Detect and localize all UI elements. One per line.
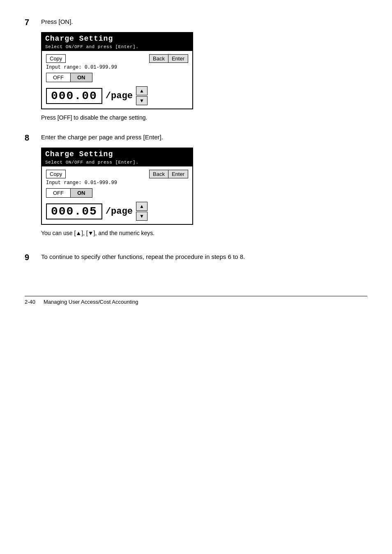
step9-text: To continue to specify other functions, … [41, 252, 245, 262]
screen1-arrow-buttons: ▲ ▼ [136, 86, 148, 105]
step7-text: Press [ON]. [41, 16, 73, 27]
screen2-on-btn[interactable]: ON [70, 188, 92, 198]
screen2-title: Charge Setting [42, 148, 192, 160]
footer-title: Managing User Access/Cost Accounting [44, 299, 138, 305]
screen1-down-arrow[interactable]: ▼ [136, 96, 148, 105]
screen1-input-range: Input range: 0.01-999.99 [46, 65, 188, 70]
step8-number: 8 [25, 132, 36, 143]
step8-note: You can use [▲], [▼], and the numeric ke… [41, 229, 367, 238]
screen1-subtitle: Select ON/OFF and press [Enter]. [42, 44, 192, 51]
screen2-enter-btn[interactable]: Enter [168, 170, 188, 178]
screen2-off-btn[interactable]: OFF [46, 188, 70, 198]
screen1-back-btn[interactable]: Back [149, 54, 168, 63]
footer-page: 2-40 [25, 299, 35, 305]
screen1-up-arrow[interactable]: ▲ [136, 86, 148, 95]
screen1-unit: /page [106, 91, 133, 101]
screen1-off-btn[interactable]: OFF [46, 73, 70, 82]
step7-note: Press [OFF] to disable the charge settin… [41, 113, 367, 122]
step8-text: Enter the charge per page and press [Ent… [41, 132, 163, 142]
footer: 2-40 Managing User Access/Cost Accountin… [25, 296, 367, 305]
screen2-copy-label: Copy [46, 170, 66, 178]
screen2-down-arrow[interactable]: ▼ [136, 212, 148, 221]
step7-number: 7 [25, 16, 36, 28]
screen2-up-arrow[interactable]: ▲ [136, 202, 148, 211]
screen2-value: 000.05 [46, 203, 102, 219]
screen1: Charge Setting Select ON/OFF and press [… [41, 32, 193, 109]
screen1-title: Charge Setting [42, 33, 192, 44]
screen2-subtitle: Select ON/OFF and press [Enter]. [42, 160, 192, 166]
screen2: Charge Setting Select ON/OFF and press [… [41, 148, 193, 225]
screen1-enter-btn[interactable]: Enter [168, 54, 188, 63]
screen1-on-btn[interactable]: ON [70, 73, 92, 82]
screen2-back-btn[interactable]: Back [149, 170, 168, 178]
screen2-input-range: Input range: 0.01-999.99 [46, 180, 188, 186]
step9-number: 9 [25, 252, 36, 263]
screen1-value: 000.00 [46, 88, 102, 104]
screen2-arrow-buttons: ▲ ▼ [136, 202, 148, 221]
screen1-copy-label: Copy [46, 54, 66, 63]
screen2-unit: /page [106, 206, 133, 217]
